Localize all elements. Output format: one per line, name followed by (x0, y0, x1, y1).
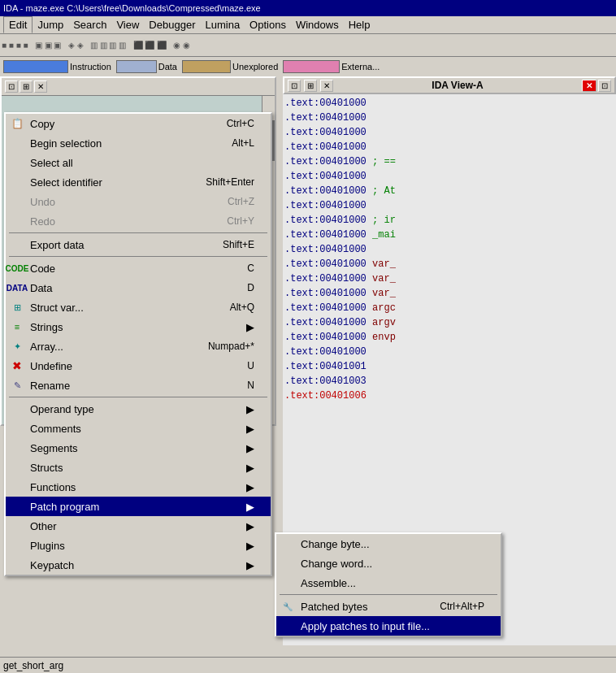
patched-bytes-icon: 🔧 (278, 602, 297, 611)
segments-arrow: ▶ (238, 442, 254, 454)
menu-item-keypatch[interactable]: Keypatch ▶ (6, 555, 271, 575)
menu-jump[interactable]: Jump (33, 17, 68, 33)
left-panel-max[interactable]: ⊞ (20, 80, 33, 93)
strings-arrow: ▶ (238, 321, 254, 333)
patch-program-arrow: ▶ (238, 501, 254, 513)
menu-item-plugins[interactable]: Plugins ▶ (6, 536, 271, 555)
edit-menu: 📋 Copy Ctrl+C Begin selection Alt+L Sele… (4, 112, 272, 576)
ida-line: .text:00401000 (284, 96, 614, 111)
unexplored-label: Unexplored (232, 62, 278, 72)
title-bar: IDA - maze.exe C:\Users\free\Downloads\C… (0, 0, 616, 16)
menu-item-comments[interactable]: Comments ▶ (6, 419, 271, 438)
array-icon: ✦ (7, 341, 27, 352)
menu-item-select-identifier[interactable]: Select identifier Shift+Enter (6, 172, 271, 192)
plugins-arrow: ▶ (238, 540, 254, 552)
ida-line: .text:00401000 (284, 198, 614, 213)
menu-item-undefine[interactable]: ✖ Undefine U (6, 356, 271, 376)
patch-program-submenu: Change byte... Change word... Assemble..… (275, 532, 502, 637)
ida-line: .text:00401000 argv (284, 315, 614, 330)
operand-type-arrow: ▶ (238, 403, 254, 415)
menu-item-strings[interactable]: ≡ Strings ▶ (6, 317, 271, 336)
keypatch-arrow: ▶ (238, 559, 254, 571)
menu-item-structs[interactable]: Structs ▶ (6, 458, 271, 477)
menu-item-segments[interactable]: Segments ▶ (6, 438, 271, 458)
data-icon: DATA (7, 284, 27, 293)
menu-item-operand-type[interactable]: Operand type ▶ (6, 399, 271, 419)
ida-float-btn[interactable]: ⊡ (598, 80, 611, 92)
strings-icon: ≡ (7, 322, 27, 332)
menu-lumina[interactable]: Lumina (200, 17, 245, 33)
instruction-color (3, 60, 68, 73)
ida-view-title: IDA View-A (432, 80, 483, 91)
menu-options[interactable]: Options (245, 17, 291, 33)
submenu-change-word[interactable]: Change word... (276, 554, 501, 573)
submenu-apply-patches[interactable]: Apply patches to input file... (276, 616, 501, 636)
separator-1 (9, 232, 267, 233)
toolbar: ■ ■ ■ ■ ▣ ▣ ▣ ◈ ◈ ▥ ▥ ▥ ▥ ⬛ ⬛ ⬛ ◉ ◉ (0, 34, 616, 57)
menu-item-rename[interactable]: ✎ Rename N (6, 376, 271, 395)
copy-icon: 📋 (7, 118, 27, 129)
ida-close-btn[interactable]: ✕ (582, 80, 596, 92)
ida-line: .text:00401000 ; ir (284, 213, 614, 228)
left-panel-close[interactable]: ✕ (34, 80, 47, 93)
ida-line: .text:00401000 envp (284, 330, 614, 345)
rename-icon: ✎ (7, 380, 27, 391)
unexplored-color (182, 60, 231, 73)
ida-line: .text:00401000 (284, 125, 614, 140)
title-text: IDA - maze.exe C:\Users\free\Downloads\C… (3, 3, 261, 13)
external-color (283, 60, 340, 73)
menu-search[interactable]: Search (68, 17, 111, 33)
menu-item-begin-selection[interactable]: Begin selection Alt+L (6, 133, 271, 153)
ida-line: .text:00401006 (284, 389, 614, 403)
submenu-change-byte[interactable]: Change byte... (276, 534, 501, 554)
ida-panel-header: ⊡ ⊞ ✕ IDA View-A ✕ ⊡ (283, 76, 616, 94)
ida-line: .text:00401000 var_ (284, 257, 614, 271)
menu-item-functions[interactable]: Functions ▶ (6, 477, 271, 497)
menu-item-other[interactable]: Other ▶ (6, 516, 271, 536)
structs-arrow: ▶ (238, 462, 254, 474)
submenu-assemble[interactable]: Assemble... (276, 573, 501, 593)
undefine-icon: ✖ (7, 359, 27, 372)
status-bar: get_short_arg (0, 657, 616, 673)
menu-item-select-all[interactable]: Select all (6, 153, 271, 172)
menu-item-array[interactable]: ✦ Array... Numpad+* (6, 336, 271, 356)
menu-item-undo[interactable]: Undo Ctrl+Z (6, 192, 271, 211)
external-label: Externa... (341, 62, 380, 72)
color-bar: Instruction Data Unexplored Externa... (0, 57, 616, 76)
ida-line: .text:00401000 argc (284, 301, 614, 315)
menu-item-struct-var[interactable]: ⊞ Struct var... Alt+Q (6, 297, 271, 317)
patch-separator (280, 594, 497, 595)
ida-line: .text:00401000 (284, 111, 614, 125)
menu-debugger[interactable]: Debugger (144, 17, 200, 33)
menu-view[interactable]: View (111, 17, 144, 33)
functions-arrow: ▶ (238, 481, 254, 493)
panel-close-btn[interactable]: ✕ (320, 80, 333, 92)
ida-line: .text:00401000 _mai (284, 228, 614, 242)
menu-bar: Edit Jump Search View Debugger Lumina Op… (0, 16, 616, 34)
menu-item-code[interactable]: CODE Code C (6, 258, 271, 278)
menu-item-patch-program[interactable]: Patch program ▶ (6, 497, 271, 516)
ida-line: .text:00401000 ; == (284, 154, 614, 169)
menu-item-export-data[interactable]: Export data Shift+E (6, 235, 271, 254)
panel-maximize-btn[interactable]: ⊞ (304, 80, 317, 92)
code-icon: CODE (7, 264, 27, 273)
struct-icon: ⊞ (7, 302, 27, 313)
menu-help[interactable]: Help (344, 17, 375, 33)
menu-windows[interactable]: Windows (291, 17, 344, 33)
menu-edit[interactable]: Edit (3, 16, 33, 33)
left-panel-restore[interactable]: ⊡ (5, 80, 18, 93)
menu-item-data[interactable]: DATA Data D (6, 278, 271, 297)
comments-arrow: ▶ (238, 423, 254, 435)
main-area: ⊡ ⊞ ✕ IDA View-A ✕ ⊡ .text:00401000 .tex… (0, 76, 616, 668)
separator-3 (9, 397, 267, 397)
ida-line: .text:00401000 (284, 169, 614, 184)
menu-item-copy[interactable]: 📋 Copy Ctrl+C (6, 114, 271, 133)
ida-line: .text:00401000 (284, 242, 614, 257)
data-color (116, 60, 157, 73)
ida-line: .text:00401000 var_ (284, 271, 614, 286)
menu-item-redo[interactable]: Redo Ctrl+Y (6, 211, 271, 231)
panel-restore-btn[interactable]: ⊡ (288, 80, 301, 92)
submenu-patched-bytes[interactable]: 🔧 Patched bytes Ctrl+Alt+P (276, 597, 501, 616)
ida-line: .text:00401000 ; At (284, 184, 614, 198)
other-arrow: ▶ (238, 520, 254, 532)
